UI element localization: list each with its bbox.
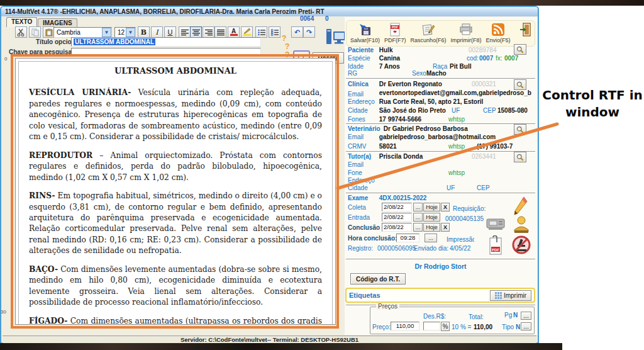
conclusao-input[interactable]: 2/08/22 bbox=[382, 223, 412, 232]
precos-legend: Preços bbox=[376, 303, 399, 310]
bold-button[interactable]: B bbox=[138, 26, 150, 38]
entrada-hoje-button[interactable]: Hoje bbox=[423, 213, 440, 222]
rtf-document-area[interactable]: ULTRASSOM ABDOMINAL VESÍCULA URINÁRIA- V… bbox=[15, 58, 336, 325]
italic-button[interactable]: I bbox=[151, 26, 163, 38]
paragraph-text: Em topografia habitual, simétricos, medi… bbox=[29, 191, 322, 255]
codigo-rt-button[interactable]: Código do R.T. bbox=[350, 273, 406, 285]
font-color-button[interactable]: A bbox=[228, 26, 240, 38]
microscope-crossed-icon[interactable] bbox=[511, 235, 531, 255]
clipboard-paste-icon bbox=[45, 28, 53, 37]
question-mark-icon: ? bbox=[282, 34, 286, 43]
edit-pencil-icon[interactable] bbox=[513, 196, 528, 216]
tab-texto[interactable]: TEXTO bbox=[6, 17, 37, 27]
coleta-hoje-button[interactable]: Hoje bbox=[423, 203, 440, 212]
paciente-search-button[interactable] bbox=[514, 44, 526, 55]
clinica-search-button[interactable] bbox=[514, 79, 526, 90]
section-divider bbox=[346, 193, 535, 194]
align-left-button[interactable] bbox=[179, 26, 191, 38]
pdf-label: PDF(F7) bbox=[384, 37, 406, 43]
conclusao-hoje-button[interactable]: Hoje bbox=[423, 223, 440, 232]
pdf-attachment-icon[interactable]: PDF bbox=[487, 235, 504, 256]
attendant-person-icon[interactable] bbox=[513, 215, 530, 234]
tab-imagens[interactable]: IMAGENS bbox=[38, 18, 77, 27]
hora-conclusao-input[interactable]: 09:28 bbox=[396, 234, 419, 242]
printer-icon bbox=[459, 23, 473, 36]
titulo-opcional-input[interactable]: ULTRASSOM ABDOMINAL bbox=[71, 37, 261, 47]
computer-monitor-icon[interactable] bbox=[326, 28, 346, 45]
pdf-button[interactable]: PDF PDF(F7) bbox=[384, 22, 406, 43]
coleta-input[interactable]: 2/08/22 bbox=[382, 203, 412, 212]
door-exit-icon bbox=[519, 22, 532, 37]
redo-button[interactable]: ↷ bbox=[303, 26, 315, 38]
font-family-select[interactable]: Cambria ▼ bbox=[53, 27, 112, 38]
numbered-list-icon bbox=[271, 29, 279, 36]
cod-label: cod: bbox=[467, 55, 479, 62]
clinica-endereco-row: Endereço Rua Corte Real, 50, apto 21, Es… bbox=[348, 98, 536, 106]
align-center-button[interactable] bbox=[190, 26, 202, 38]
tutor-email-row: Email bbox=[348, 161, 536, 169]
chave-pesquisa-input[interactable] bbox=[71, 48, 261, 57]
paciente-row: Paciente Hulk 00289784 bbox=[348, 47, 536, 54]
rascunho-button[interactable]: Rascunho(F6) bbox=[411, 22, 447, 43]
rg-label: RG bbox=[348, 70, 377, 77]
align-center-icon bbox=[192, 29, 200, 36]
font-size-select[interactable]: 12 ▼ bbox=[114, 27, 136, 38]
whatsapp-link[interactable]: whtsp bbox=[448, 116, 465, 123]
annotation-line2: window bbox=[542, 104, 643, 121]
clinica-id: 0000321 bbox=[472, 81, 496, 88]
clinica-cidade-row: Cidade São José do Rio Preto UF CEP 1508… bbox=[348, 107, 536, 115]
section-divider bbox=[346, 123, 535, 125]
clinica-email: evertonortopediavet@gmail.com,gabrielped… bbox=[379, 89, 531, 96]
conclusao-label: Conclusão bbox=[348, 224, 377, 231]
coleta-calendar-button[interactable]: ... bbox=[413, 203, 423, 212]
rtf-document-page[interactable]: ULTRASSOM ABDOMINAL VESÍCULA URINÁRIA- V… bbox=[18, 61, 333, 325]
titulo-opcional-value: ULTRASSOM ABDOMINAL bbox=[74, 38, 155, 45]
fx-label: fx: bbox=[496, 55, 502, 62]
preco-label: Preço: bbox=[372, 324, 391, 330]
registro-numero: 00000506095 bbox=[377, 245, 416, 252]
coleta-clear-button[interactable]: X bbox=[441, 203, 450, 212]
svg-text:PDF: PDF bbox=[492, 248, 499, 252]
clinica-fones-row: Fones 17 99744-5666 whtsp bbox=[348, 116, 536, 123]
fax-device-icon[interactable] bbox=[486, 217, 505, 230]
exit-button[interactable] bbox=[519, 22, 532, 37]
tutor-fone-row: Fone whtsp bbox=[348, 169, 536, 177]
desconto-input[interactable] bbox=[423, 322, 440, 330]
crmv-label: CRMV bbox=[348, 143, 377, 150]
rss-send-icon bbox=[491, 23, 505, 37]
veterinario-nome: Dr Gabriel Pedroso Barbosa bbox=[384, 125, 468, 132]
align-justify-button[interactable] bbox=[214, 26, 226, 38]
hora-button[interactable]: ... bbox=[425, 234, 437, 242]
etiquetas-imprimir-button[interactable]: Imprimir bbox=[490, 290, 531, 301]
especie-value: Canina bbox=[379, 55, 400, 62]
cod-value: 0007 bbox=[479, 55, 493, 62]
numbered-list-button[interactable] bbox=[269, 26, 280, 38]
highlight-button[interactable] bbox=[241, 26, 253, 38]
cut-button[interactable] bbox=[15, 26, 27, 38]
imprimir-label: Imprimir bbox=[504, 292, 526, 299]
entrada-input[interactable]: 2/08/22 bbox=[382, 213, 412, 222]
window-titlebar[interactable]: 114-MultVet 4.17® -EHRLICHIA, ANAPLASMA,… bbox=[1, 7, 538, 16]
whatsapp-link[interactable]: whtsp bbox=[448, 169, 465, 176]
percent-button[interactable]: % bbox=[441, 322, 450, 331]
bullet-list-button[interactable] bbox=[255, 26, 267, 38]
imprimir-button[interactable]: Imprimir(F8) bbox=[451, 22, 482, 43]
preco-input[interactable]: 110,00 bbox=[391, 322, 419, 330]
pg-more-button[interactable]: ... bbox=[521, 312, 531, 320]
whatsapp-link[interactable]: whtsp bbox=[448, 143, 465, 150]
sexo-value: Macho bbox=[426, 70, 447, 77]
underline-button[interactable]: U bbox=[164, 26, 176, 38]
conclusao-clear-button[interactable]: X bbox=[441, 223, 450, 232]
clinica-endereco: Rua Corte Real, 50, apto 21, Estoril bbox=[379, 98, 484, 105]
conclusao-calendar-button[interactable]: ... bbox=[413, 223, 423, 232]
entrada-calendar-button[interactable]: ... bbox=[413, 213, 423, 222]
envio-button[interactable]: Envio(F5) bbox=[486, 22, 511, 43]
salvar-button[interactable]: Salvar(F10) bbox=[350, 22, 380, 43]
copy-button[interactable] bbox=[29, 26, 41, 38]
hora-conclusao-row: Hora conclusão: 09:28 ... Impressão bbox=[348, 235, 536, 242]
question-mark-icon: ? bbox=[285, 42, 289, 51]
align-right-button[interactable] bbox=[203, 26, 214, 38]
tipo-more-button[interactable]: ... bbox=[521, 322, 531, 330]
fone-label: Fone bbox=[348, 169, 377, 176]
undo-button[interactable]: ↶ bbox=[291, 26, 303, 38]
